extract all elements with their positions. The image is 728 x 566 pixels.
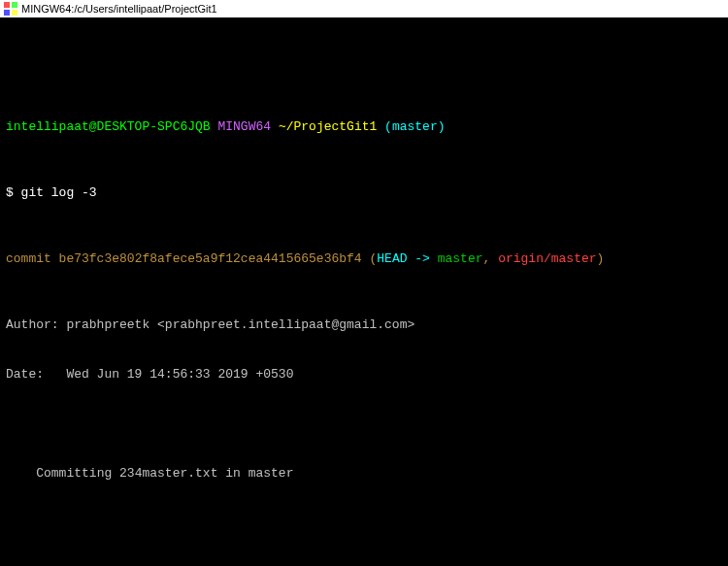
- commit-message: Committing 234master.txt in master: [6, 465, 722, 482]
- commit-line: commit be73fc3e802f8afece5a9f12cea441566…: [6, 250, 722, 267]
- prompt-path: ~/ProjectGit1: [279, 119, 377, 134]
- terminal[interactable]: intellipaat@DESKTOP-SPC6JQB MINGW64 ~/Pr…: [0, 17, 728, 566]
- command-line: $ git log -3: [6, 184, 722, 201]
- prompt-branch: (master): [384, 119, 445, 134]
- commit-hash: be73fc3e802f8afece5a9f12cea4415665e36bf4: [51, 251, 362, 266]
- date-line: Date: Wed Jun 19 14:56:33 2019 +0530: [6, 366, 722, 383]
- command-text: git log -3: [14, 185, 97, 200]
- prompt-env: MINGW64: [217, 119, 271, 134]
- app-icon: [4, 2, 17, 16]
- prompt-user: intellipaat@DESKTOP-SPC6JQB: [6, 119, 211, 134]
- author-line: Author: prabhpreetk <prabhpreet.intellip…: [6, 316, 722, 333]
- ref-master: master: [438, 251, 483, 266]
- prompt-dollar: $: [6, 185, 14, 200]
- head-ref: HEAD ->: [377, 251, 437, 266]
- window-title: MINGW64:/c/Users/intellipaat/ProjectGit1: [21, 1, 217, 17]
- ref-origin-master: origin/master: [498, 251, 596, 266]
- svg-rect-2: [4, 10, 10, 16]
- prompt-line: intellipaat@DESKTOP-SPC6JQB MINGW64 ~/Pr…: [6, 118, 722, 135]
- svg-rect-3: [12, 10, 17, 16]
- svg-rect-1: [12, 2, 17, 8]
- commit-prefix: commit: [6, 251, 51, 266]
- svg-rect-0: [4, 2, 10, 8]
- window-title-bar: MINGW64:/c/Users/intellipaat/ProjectGit1: [0, 0, 728, 17]
